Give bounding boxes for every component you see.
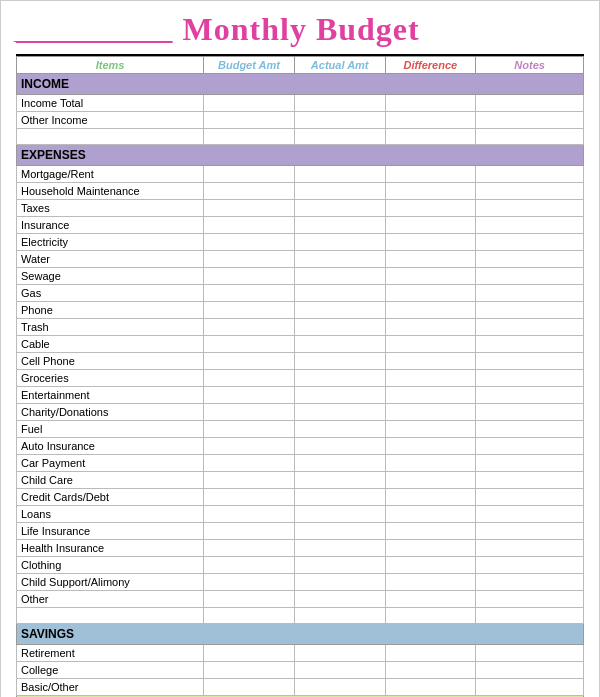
- expense-row-25: Other: [17, 591, 584, 608]
- savings-row-2: Basic/Other: [17, 679, 584, 696]
- expense-item-11: Cell Phone: [17, 353, 204, 370]
- expense-row-14: Charity/Donations: [17, 404, 584, 421]
- savings-label: SAVINGS: [17, 624, 584, 645]
- income-budget-1[interactable]: [204, 112, 295, 129]
- expense-row-15: Fuel: [17, 421, 584, 438]
- page-title: Monthly Budget: [183, 11, 420, 48]
- expense-row-1: Household Maintenance: [17, 183, 584, 200]
- expense-item-3: Insurance: [17, 217, 204, 234]
- income-notes-1[interactable]: [476, 112, 584, 129]
- expense-row-23: Clothing: [17, 557, 584, 574]
- income-actual-2[interactable]: [294, 129, 385, 145]
- expense-item-19: Credit Cards/Debt: [17, 489, 204, 506]
- income-actual-0[interactable]: [294, 95, 385, 112]
- income-item-1: Other Income: [17, 112, 204, 129]
- savings-row-1: College: [17, 662, 584, 679]
- expense-item-17: Car Payment: [17, 455, 204, 472]
- expense-row-16: Auto Insurance: [17, 438, 584, 455]
- col-notes-header: Notes: [476, 57, 584, 74]
- header-blank: ________: [16, 14, 173, 46]
- expense-row-19: Credit Cards/Debt: [17, 489, 584, 506]
- expense-row-7: Gas: [17, 285, 584, 302]
- expense-item-25: Other: [17, 591, 204, 608]
- income-diff-2[interactable]: [385, 129, 476, 145]
- col-diff-header: Difference: [385, 57, 476, 74]
- expense-item-14: Charity/Donations: [17, 404, 204, 421]
- col-actual-header: Actual Amt: [294, 57, 385, 74]
- income-item-0: Income Total: [17, 95, 204, 112]
- expense-item-16: Auto Insurance: [17, 438, 204, 455]
- income-notes-2[interactable]: [476, 129, 584, 145]
- expense-row-3: Insurance: [17, 217, 584, 234]
- income-label: INCOME: [17, 74, 584, 95]
- expense-row-4: Electricity: [17, 234, 584, 251]
- income-diff-0[interactable]: [385, 95, 476, 112]
- expense-row-26: [17, 608, 584, 624]
- expense-item-20: Loans: [17, 506, 204, 523]
- col-budget-header: Budget Amt: [204, 57, 295, 74]
- expense-item-15: Fuel: [17, 421, 204, 438]
- col-items-header: Items: [17, 57, 204, 74]
- expense-row-20: Loans: [17, 506, 584, 523]
- savings-row-0: Retirement: [17, 645, 584, 662]
- expense-row-8: Phone: [17, 302, 584, 319]
- expense-row-18: Child Care: [17, 472, 584, 489]
- expense-item-0: Mortgage/Rent: [17, 166, 204, 183]
- expense-row-6: Sewage: [17, 268, 584, 285]
- expense-item-4: Electricity: [17, 234, 204, 251]
- expense-row-24: Child Support/Alimony: [17, 574, 584, 591]
- expense-item-12: Groceries: [17, 370, 204, 387]
- page-header: ________ Monthly Budget: [16, 11, 584, 56]
- expenses-section-header: EXPENSES: [17, 145, 584, 166]
- expense-row-10: Cable: [17, 336, 584, 353]
- expense-row-17: Car Payment: [17, 455, 584, 472]
- expense-row-0: Mortgage/Rent: [17, 166, 584, 183]
- income-row-1: Other Income: [17, 112, 584, 129]
- income-section-header: INCOME: [17, 74, 584, 95]
- column-header-row: Items Budget Amt Actual Amt Difference N…: [17, 57, 584, 74]
- expenses-label: EXPENSES: [17, 145, 584, 166]
- expense-item-9: Trash: [17, 319, 204, 336]
- expense-item-18: Child Care: [17, 472, 204, 489]
- expense-item-24: Child Support/Alimony: [17, 574, 204, 591]
- income-row-0: Income Total: [17, 95, 584, 112]
- expense-item-22: Health Insurance: [17, 540, 204, 557]
- income-budget-0[interactable]: [204, 95, 295, 112]
- expense-item-10: Cable: [17, 336, 204, 353]
- savings-item-1: College: [17, 662, 204, 679]
- expense-row-11: Cell Phone: [17, 353, 584, 370]
- budget-table: Items Budget Amt Actual Amt Difference N…: [16, 56, 584, 697]
- expense-item-23: Clothing: [17, 557, 204, 574]
- expense-item-6: Sewage: [17, 268, 204, 285]
- expense-item-13: Entertainment: [17, 387, 204, 404]
- expense-item-21: Life Insurance: [17, 523, 204, 540]
- expense-row-2: Taxes: [17, 200, 584, 217]
- expense-row-21: Life Insurance: [17, 523, 584, 540]
- expense-row-13: Entertainment: [17, 387, 584, 404]
- income-row-2: [17, 129, 584, 145]
- savings-section-header: SAVINGS: [17, 624, 584, 645]
- income-actual-1[interactable]: [294, 112, 385, 129]
- expense-item-1: Household Maintenance: [17, 183, 204, 200]
- expense-item-2: Taxes: [17, 200, 204, 217]
- expense-row-9: Trash: [17, 319, 584, 336]
- expense-row-12: Groceries: [17, 370, 584, 387]
- income-item-2: [17, 129, 204, 145]
- income-diff-1[interactable]: [385, 112, 476, 129]
- expense-row-5: Water: [17, 251, 584, 268]
- budget-page: ________ Monthly Budget Items Budget Amt…: [0, 0, 600, 697]
- expense-item-8: Phone: [17, 302, 204, 319]
- savings-item-2: Basic/Other: [17, 679, 204, 696]
- expense-row-22: Health Insurance: [17, 540, 584, 557]
- expense-item-5: Water: [17, 251, 204, 268]
- expense-item-26: [17, 608, 204, 624]
- income-notes-0[interactable]: [476, 95, 584, 112]
- savings-item-0: Retirement: [17, 645, 204, 662]
- expense-item-7: Gas: [17, 285, 204, 302]
- income-budget-2[interactable]: [204, 129, 295, 145]
